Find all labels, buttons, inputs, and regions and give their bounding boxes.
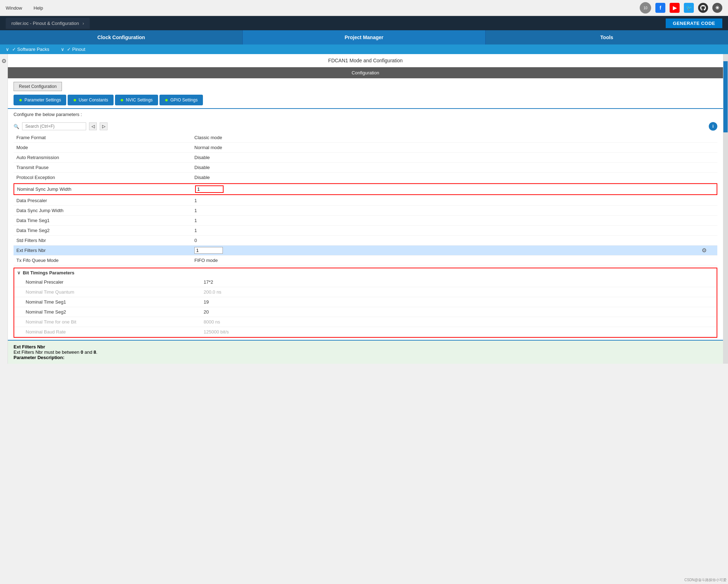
tab-dot-icon: ● [19, 97, 22, 103]
table-row: Mode Normal mode [14, 143, 717, 153]
tab-arrow: › [83, 21, 84, 26]
table-row: Transmit Pause Disable [14, 163, 717, 173]
table-row: Std Filters Nbr 0 [14, 236, 717, 246]
center-content: FDCAN1 Mode and Configuration Configurat… [8, 54, 723, 364]
param-ext-filters-name: Ext Filters Nbr [16, 248, 194, 253]
twitter-icon[interactable]: 🐦 [684, 3, 694, 13]
bottom-description: Ext Filters Nbr Ext Filters Nbr must be … [8, 340, 723, 364]
settings-gear-icon[interactable]: ⚙ [702, 247, 707, 254]
sub-nav: ∨ ✓ Software Packs ∨ ✓ Pinout [0, 44, 728, 54]
chevron-down-icon: ∨ [17, 270, 21, 275]
subnav-pinout[interactable]: ∨ ✓ Pinout [61, 47, 85, 52]
param-nominal-seg1-value: 19 [204, 299, 209, 305]
desc-title: Ext Filters Nbr [14, 344, 717, 349]
tab-clock-configuration[interactable]: Clock Configuration [0, 30, 243, 44]
param-data-prescaler-value: 1 [194, 198, 197, 203]
tab-tools[interactable]: Tools [486, 30, 728, 44]
param-nominal-prescaler-name: Nominal Prescaler [26, 279, 204, 285]
tab-parameter-settings[interactable]: ● Parameter Settings [14, 95, 66, 105]
param-data-sync-name: Data Sync Jump Width [16, 208, 194, 213]
reset-configuration-button[interactable]: Reset Configuration [14, 82, 62, 91]
param-mode-value: Normal mode [194, 145, 222, 150]
content-area: FDCAN1 Mode and Configuration Configurat… [8, 54, 723, 364]
settings-left-icon[interactable]: ⚙ [1, 58, 6, 64]
param-nominal-sync-name: Nominal Sync Jump Width [17, 186, 195, 192]
table-row: Nominal Sync Jump Width [14, 183, 717, 195]
search-input[interactable] [22, 122, 86, 130]
chevron-down-icon: ∨ [6, 47, 9, 52]
search-next-button[interactable]: ▷ [100, 122, 108, 130]
title-bar: roller.ioc - Pinout & Configuration › GE… [0, 16, 728, 30]
table-row: Protocol Exception Disable [14, 173, 717, 183]
param-std-filters-value: 0 [194, 238, 197, 243]
search-icon: 🔍 [14, 124, 19, 129]
chevron-down-icon: ∨ [61, 47, 64, 52]
menu-help[interactable]: Help [33, 5, 43, 11]
param-nominal-tq-name: Nominal Time Quantum [26, 289, 204, 295]
desc-param-label: Parameter Description: [14, 355, 717, 360]
github-icon[interactable] [698, 3, 708, 13]
vertical-scrollbar[interactable] [723, 54, 728, 364]
search-prev-button[interactable]: ◁ [89, 122, 97, 130]
title-bar-left: roller.ioc - Pinout & Configuration › [6, 18, 90, 29]
param-std-filters-name: Std Filters Nbr [16, 238, 194, 243]
param-nominal-baud-name: Nominal Baud Rate [26, 329, 204, 335]
table-row: Data Sync Jump Width 1 [14, 206, 717, 216]
param-nominal-seg1-name: Nominal Time Seg1 [26, 299, 204, 305]
menu-right: 10 f ▶ 🐦 ✳ [640, 2, 722, 14]
param-tx-fifo-name: Tx Fifo Queue Mode [16, 258, 194, 263]
param-frame-format-name: Frame Format [16, 135, 194, 140]
youtube-icon[interactable]: ▶ [670, 3, 680, 13]
tab-gpio-settings[interactable]: ● GPIO Settings [159, 95, 203, 105]
table-row: Nominal Time Quantum 200.0 ns [14, 287, 717, 297]
info-icon[interactable]: i [709, 122, 717, 131]
network-icon[interactable]: ✳ [712, 3, 722, 13]
main-tabs: Clock Configuration Project Manager Tool… [0, 30, 728, 44]
tab-dot-icon: ● [73, 97, 77, 103]
bit-timings-collapse[interactable]: ∨ Bit Timings Parameters [14, 268, 717, 277]
param-nominal-bit-value: 8000 ns [204, 319, 220, 325]
tab-project-manager[interactable]: Project Manager [243, 30, 486, 44]
menu-window[interactable]: Window [6, 5, 22, 11]
params-container: Frame Format Classic mode Mode Normal mo… [8, 133, 723, 338]
menu-items: Window Help [6, 5, 43, 11]
param-transmit-pause-value: Disable [194, 165, 210, 170]
param-nominal-seg2-value: 20 [204, 309, 209, 315]
subnav-software-packs[interactable]: ∨ ✓ Software Packs [6, 47, 49, 52]
param-nominal-tq-value: 200.0 ns [204, 289, 221, 295]
param-mode-name: Mode [16, 145, 194, 150]
top-menu-bar: Window Help 10 f ▶ 🐦 ✳ [0, 0, 728, 16]
settings-tabs: ● Parameter Settings ● User Constants ● … [8, 95, 723, 109]
param-nominal-baud-value: 125000 bit/s [204, 329, 229, 335]
param-ext-filters-input[interactable] [194, 247, 223, 254]
left-icons: ⚙ [0, 54, 8, 364]
search-bar: 🔍 ◁ ▷ i [8, 120, 723, 133]
param-frame-format-value: Classic mode [194, 135, 222, 140]
param-nominal-sync-input[interactable] [195, 185, 224, 193]
param-auto-retransmission-name: Auto Retransmission [16, 155, 194, 160]
table-row: Tx Fifo Queue Mode FIFO mode [14, 256, 717, 265]
facebook-icon[interactable]: f [655, 3, 665, 13]
generate-code-button[interactable]: GENERATE CODE [666, 19, 722, 28]
param-transmit-pause-name: Transmit Pause [16, 165, 194, 170]
table-row: Data Time Seg1 1 [14, 216, 717, 226]
desc-line1: Ext Filters Nbr must be between 0 and 8. [14, 349, 717, 355]
param-data-seg2-value: 1 [194, 228, 197, 233]
tab-dot-icon: ● [120, 97, 124, 103]
param-data-seg1-value: 1 [194, 218, 197, 223]
param-nominal-prescaler-value: 17*2 [204, 279, 213, 285]
param-nominal-bit-name: Nominal Time for one Bit [26, 319, 204, 325]
reset-btn-area: Reset Configuration [8, 78, 723, 95]
param-data-seg2-name: Data Time Seg2 [16, 228, 194, 233]
param-tx-fifo-value: FIFO mode [194, 258, 218, 263]
main-wrapper: ⚙ FDCAN1 Mode and Configuration Configur… [0, 54, 728, 364]
tab-dot-icon: ● [165, 97, 168, 103]
section-header: Configuration [8, 67, 723, 78]
project-tab[interactable]: roller.ioc - Pinout & Configuration › [6, 18, 90, 29]
tab-nvic-settings[interactable]: ● NVIC Settings [115, 95, 158, 105]
scrollbar-thumb[interactable] [723, 61, 728, 132]
tab-user-constants[interactable]: ● User Constants [68, 95, 113, 105]
param-auto-retransmission-value: Disable [194, 155, 210, 160]
table-row: Nominal Time for one Bit 8000 ns [14, 317, 717, 327]
table-row: Ext Filters Nbr ⚙ [14, 246, 717, 256]
